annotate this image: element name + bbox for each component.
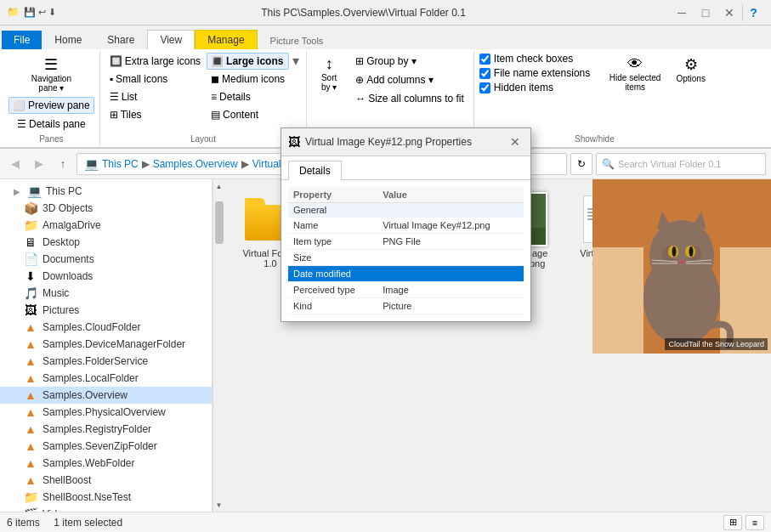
shellboost-nse-icon: 📁: [24, 490, 37, 504]
svg-point-19: [649, 220, 714, 291]
sidebar-item-samples-folder[interactable]: ▲ Samples.FolderService: [0, 353, 212, 370]
tab-share[interactable]: Share: [94, 30, 147, 49]
sidebar-item-shellboost[interactable]: ▲ ShellBoost: [0, 472, 212, 489]
sidebar-item-samples-local[interactable]: ▲ Samples.LocalFolder: [0, 370, 212, 387]
extra-large-icons-button[interactable]: 🔲Extra large icons: [105, 53, 205, 70]
size-all-label: Size all columns to fit: [368, 93, 464, 105]
sidebar-item-samples-web[interactable]: ▲ Samples.WebFolder: [0, 455, 212, 472]
tab-file[interactable]: File: [2, 31, 42, 49]
tab-view[interactable]: View: [147, 30, 195, 49]
sidebar-item-samples-sevenzip[interactable]: ▲ Samples.SevenZipFolder: [0, 438, 212, 455]
ribbon-group-panes: ☰ Navigationpane ▾ ⬜ Preview pane ☰ Deta…: [3, 51, 100, 145]
options-button[interactable]: ⚙ Options: [672, 53, 709, 86]
size-all-columns-button[interactable]: ↔ Size all columns to fit: [351, 90, 468, 107]
sidebar-item-documents[interactable]: 📄 Documents: [0, 251, 212, 268]
samples-sevenzip-icon: ▲: [24, 439, 37, 453]
sort-by-button[interactable]: ↕ Sortby ▾: [312, 53, 346, 94]
content-button[interactable]: ▤Content: [207, 106, 289, 123]
item-check-boxes-option[interactable]: Item check boxes: [479, 53, 598, 65]
file-name-extensions-checkbox[interactable]: [479, 68, 490, 79]
search-box[interactable]: 🔍 Search Virtual Folder 0.1: [596, 153, 766, 175]
preview-caption: CloudTail the Snow Leopard: [665, 338, 768, 350]
group-by-button[interactable]: ⊞ Group by ▾: [351, 53, 468, 70]
sidebar-item-3dobjects[interactable]: 📦 3D Objects: [0, 200, 212, 217]
breadcrumb-samplesoverview[interactable]: Samples.Overview: [153, 158, 238, 170]
layout-group-content: 🔲Extra large icons ▪Small icons ☰List ⊞T…: [105, 53, 301, 133]
item-check-boxes-checkbox[interactable]: [479, 54, 490, 65]
desktop-icon: 🖥: [24, 235, 37, 249]
quick-access-toolbar: 💾 ↩ ⬇: [24, 7, 56, 18]
details-pane-label: Details pane: [29, 118, 86, 130]
large-preview: CloudTail the Snow Leopard: [592, 179, 771, 354]
details-button[interactable]: ≡Details: [207, 88, 289, 105]
shellboost-icon: ▲: [24, 473, 37, 487]
tab-manage[interactable]: Manage: [195, 30, 257, 49]
sidebar-item-desktop[interactable]: 🖥 Desktop: [0, 234, 212, 251]
up-button[interactable]: ↑: [53, 154, 73, 174]
sidebar-item-downloads[interactable]: ⬇ Downloads: [0, 268, 212, 285]
sidebar-item-samples-device[interactable]: ▲ Samples.DeviceManagerFolder: [0, 336, 212, 353]
sidebar-item-music[interactable]: 🎵 Music: [0, 285, 212, 302]
expand-icon: ▶: [14, 187, 20, 196]
small-icons-button[interactable]: ▪Small icons: [105, 71, 205, 88]
preview-pane-button[interactable]: ⬜ Preview pane: [9, 97, 94, 114]
large-icons-toggle[interactable]: ⊞: [723, 515, 742, 530]
dialog-close-button[interactable]: ✕: [507, 133, 524, 150]
dialog-title-text: Virtual Image Key#12.png Properties: [305, 136, 502, 148]
help-button[interactable]: ?: [742, 4, 764, 21]
details-toggle[interactable]: ≡: [745, 515, 764, 530]
details-pane-button[interactable]: ☰ Details pane: [13, 116, 90, 133]
sidebar-item-shellboost-nse[interactable]: 📁 ShellBoost.NseTest: [0, 489, 212, 506]
samples-cloud-icon: ▲: [24, 320, 37, 334]
sidebar-item-samples-overview[interactable]: ▲ Samples.Overview: [0, 387, 212, 404]
tab-home[interactable]: Home: [42, 30, 94, 49]
sidebar-item-samples-physical[interactable]: ▲ Samples.PhysicalOverview: [0, 404, 212, 421]
file-name-extensions-option[interactable]: File name extensions: [479, 67, 598, 79]
hidden-items-option[interactable]: Hidden items: [479, 82, 598, 93]
refresh-button[interactable]: ↻: [570, 153, 592, 175]
props-row-kind[interactable]: Kind Picture: [288, 298, 524, 314]
properties-dialog: 🖼 Virtual Image Key#12.png Properties ✕ …: [281, 127, 531, 322]
title-bar-controls: ─ □ ✕ ?: [671, 4, 764, 21]
amalgadrive-icon: 📁: [24, 218, 37, 232]
prop-col-property: Property: [288, 187, 377, 203]
forward-button[interactable]: ▶: [29, 154, 49, 174]
props-row-name[interactable]: Name Virtual Image Key#12.png: [288, 218, 524, 234]
search-placeholder: Search Virtual Folder 0.1: [618, 159, 721, 169]
tab-picture-tools[interactable]: Picture Tools: [258, 31, 337, 49]
hide-selected-button[interactable]: 👁 Hide selecteditems: [605, 53, 666, 94]
hidden-items-checkbox[interactable]: [479, 82, 490, 93]
close-button[interactable]: ✕: [718, 4, 740, 21]
sidebar-item-pictures[interactable]: 🖼 Pictures: [0, 302, 212, 319]
props-row-size[interactable]: Size: [288, 250, 524, 266]
window-icon: 📁: [7, 6, 20, 20]
sidebar-item-samples-registry[interactable]: ▲ Samples.RegistryFolder: [0, 421, 212, 438]
window-title: This PC\Samples.Overview\Virtual Folder …: [56, 7, 671, 19]
scroll-up-arrow[interactable]: ▲: [213, 179, 225, 193]
sidebar-item-amalgadrive[interactable]: 📁 AmalgaDrive: [0, 217, 212, 234]
tiles-button[interactable]: ⊞Tiles: [105, 106, 205, 123]
props-row-perceivedtype[interactable]: Perceived type Image: [288, 282, 524, 298]
group-by-label: Group by ▾: [366, 55, 417, 67]
breadcrumb-thispc[interactable]: This PC: [102, 158, 139, 170]
large-icons-button[interactable]: 🔳Large icons: [207, 53, 289, 70]
status-bar: 6 items 1 item selected ⊞ ≡: [0, 512, 771, 532]
minimize-button[interactable]: ─: [671, 4, 693, 21]
navigation-pane-button[interactable]: ☰ Navigationpane ▾: [27, 53, 76, 95]
scroll-down-arrow[interactable]: ▼: [213, 498, 225, 512]
list-button[interactable]: ☰List: [105, 88, 205, 105]
sidebar-item-samples-cloud[interactable]: ▲ Samples.CloudFolder: [0, 319, 212, 336]
medium-icons-button[interactable]: ◼Medium icons: [207, 71, 289, 88]
back-button[interactable]: ◀: [5, 154, 26, 174]
layout-dropdown-arrow[interactable]: ▾: [291, 53, 301, 69]
add-columns-button[interactable]: ⊕ Add columns ▾: [351, 71, 468, 88]
svg-rect-16: [592, 247, 643, 354]
sidebar-item-videos[interactable]: 🎬 Videos: [0, 506, 212, 512]
dialog-tab-details[interactable]: Details: [288, 161, 342, 180]
scroll-thumb[interactable]: [215, 201, 224, 244]
maximize-button[interactable]: □: [694, 4, 717, 21]
props-row-itemtype[interactable]: Item type PNG File: [288, 234, 524, 250]
sidebar-item-thispc[interactable]: ▶ 💻 This PC: [0, 183, 212, 200]
props-row-datemodified[interactable]: Date modified: [288, 266, 524, 282]
vertical-scrollbar[interactable]: ▲ ▼: [213, 179, 224, 512]
